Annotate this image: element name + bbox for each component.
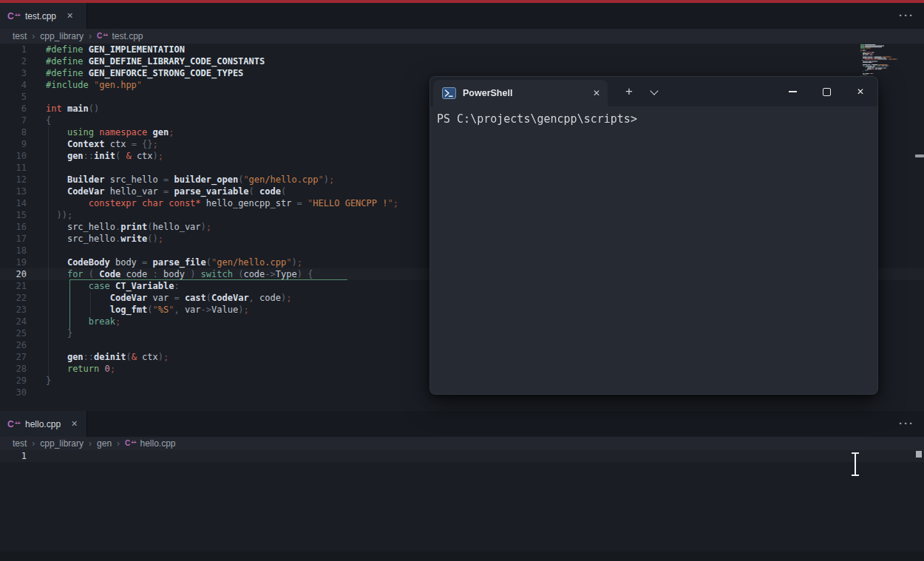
code-token: src_hello [110, 174, 158, 185]
bracket-pair-guide-horizontal [69, 279, 347, 280]
code-text: log_fmt("%S", var->Value); [46, 305, 249, 315]
code-token: = [291, 198, 308, 208]
code-token: CodeBody [67, 257, 110, 268]
code-text: Builder src_hello = builder_open("gen/he… [46, 174, 334, 185]
code-token: )); [56, 210, 72, 220]
line-number: 16 [0, 222, 27, 232]
code-token: for [67, 269, 84, 279]
line-number: 30 [0, 387, 27, 398]
breadcrumb-item[interactable]: test [13, 31, 27, 41]
code-token: write [120, 234, 147, 244]
code-token: hello_var [153, 222, 201, 232]
code-token: builder_open [174, 174, 238, 185]
code-token: ; [163, 352, 169, 362]
code-token: using [67, 127, 94, 137]
terminal-body[interactable]: PS C:\projects\gencpp\scripts> [430, 106, 877, 132]
code-token: #define [46, 68, 84, 78]
code-token: ctx [137, 151, 153, 161]
breadcrumb: test›cpp_library›gen›C++hello.cpp [0, 437, 924, 450]
code-token: & [126, 151, 131, 161]
code-token: ( [206, 257, 211, 268]
code-text: #define GEN_DEFINE_LIBRARY_CODE_CONSTANT… [46, 56, 265, 67]
code-token: ) { [297, 269, 313, 279]
breadcrumb-separator: › [89, 438, 92, 449]
breadcrumb-separator: › [32, 438, 35, 449]
breadcrumb: test›cpp_library›C++test.cpp [0, 29, 924, 44]
code-token: CodeVar [67, 186, 105, 197]
tab-test-cpp[interactable]: C++ test.cpp ✕ [0, 3, 87, 29]
breadcrumb-item[interactable]: cpp_library [40, 31, 84, 41]
line-number: 11 [0, 163, 27, 173]
breadcrumb-separator: › [117, 438, 120, 449]
code-token: HELLO GENCPP ! [313, 198, 387, 208]
close-icon[interactable]: ✕ [67, 11, 73, 21]
code-token: { [46, 115, 51, 126]
code-line[interactable]: 1#define GEN_IMPLEMENTATION [0, 44, 924, 55]
editor-actions-more-icon[interactable]: ··· [899, 9, 914, 21]
code-token: , [174, 305, 184, 315]
code-line[interactable]: 1 [0, 450, 924, 462]
code-token: " [319, 174, 324, 185]
code-token: " [387, 198, 393, 208]
terminal-prompt: PS C:\projects\gencpp\scripts> [437, 112, 637, 126]
code-token: ctx [142, 352, 158, 362]
code-editor-hello-cpp[interactable]: 1 [0, 450, 924, 551]
terminal-tab-title: PowerShell [463, 88, 593, 98]
code-text: { [46, 115, 51, 126]
minimize-button[interactable] [775, 77, 809, 106]
line-number: 26 [0, 340, 27, 350]
code-text: break; [46, 316, 120, 327]
code-token: ( [249, 186, 259, 197]
breadcrumb-item[interactable]: test [13, 438, 27, 449]
indent-guide [48, 126, 49, 375]
editor-actions-more-icon[interactable]: ··· [899, 417, 914, 429]
breadcrumb-item[interactable]: cpp_library [40, 438, 84, 449]
powershell-icon [442, 87, 456, 99]
code-token [46, 364, 67, 374]
line-number: 2 [0, 56, 27, 67]
close-icon[interactable]: ✕ [593, 88, 600, 98]
code-token [46, 186, 67, 197]
scrollbar-thumb[interactable] [916, 451, 922, 458]
code-token: Type [276, 269, 297, 279]
code-line[interactable]: 2#define GEN_DEFINE_LIBRARY_CODE_CONSTAN… [0, 55, 924, 67]
code-token: deinit [94, 352, 126, 362]
cpp-file-icon: C++ [125, 440, 135, 447]
line-number: 24 [0, 316, 27, 327]
code-token: ; [110, 364, 115, 374]
close-icon[interactable]: ✕ [71, 419, 78, 429]
breadcrumb-item[interactable]: test.cpp [112, 31, 143, 41]
code-token [46, 328, 67, 339]
code-token: = [137, 257, 153, 268]
tab-hello-cpp[interactable]: C++ hello.cpp ✕ [0, 411, 87, 437]
code-token: ( [206, 293, 211, 303]
code-token: ) [291, 257, 296, 268]
code-token: var [153, 293, 169, 303]
breadcrumb-item[interactable]: gen [97, 438, 112, 449]
terminal-tab-powershell[interactable]: PowerShell ✕ [433, 80, 608, 106]
chevron-down-icon[interactable] [649, 86, 659, 97]
bracket-pair-guide [69, 280, 70, 329]
new-tab-button[interactable]: + [625, 84, 633, 99]
maximize-button[interactable] [809, 77, 843, 106]
close-button[interactable]: ✕ [843, 77, 877, 106]
terminal-window: PowerShell ✕ + ✕ PS C:\projects\gencpp\s… [429, 76, 878, 395]
code-text: src_hello.write(); [46, 234, 163, 244]
code-token: body [163, 269, 185, 279]
terminal-titlebar[interactable]: PowerShell ✕ + ✕ [430, 77, 877, 106]
code-token: gen.hpp [99, 80, 137, 90]
code-text: return 0; [46, 364, 115, 374]
code-token: " [137, 80, 142, 90]
code-text: #define GEN_ENFORCE_STRONG_CODE_TYPES [46, 68, 243, 78]
breadcrumb-item[interactable]: hello.cpp [140, 438, 176, 449]
code-token: :: [84, 352, 94, 362]
code-text: int main() [46, 103, 99, 114]
cpp-file-icon: C++ [97, 33, 107, 40]
minimap[interactable] [860, 44, 897, 78]
code-token: log_fmt [110, 305, 148, 315]
code-token: ( [115, 151, 126, 161]
code-token: #define [46, 44, 84, 55]
line-number: 6 [0, 103, 27, 114]
code-text: )); [46, 210, 72, 220]
cpp-file-icon: C++ [7, 420, 20, 429]
